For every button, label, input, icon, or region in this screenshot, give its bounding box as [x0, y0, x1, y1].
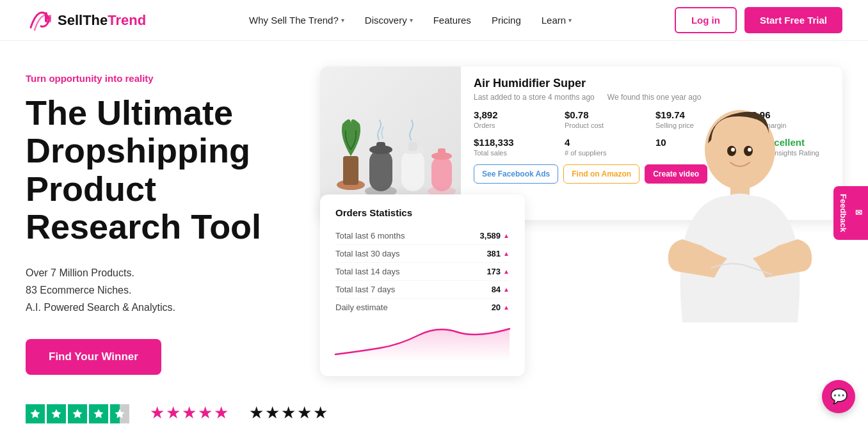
svg-rect-14 — [431, 156, 452, 191]
orders-row: Daily estimate 20 ▲ — [335, 299, 510, 316]
amazon-button[interactable]: Find on Amazon — [563, 164, 639, 184]
orders-stats-card: Orders Statistics Total last 6 months 3,… — [320, 194, 525, 376]
login-button[interactable]: Log in — [675, 7, 737, 33]
g2-star-4: ★ — [198, 403, 213, 423]
hero-right: Air Humidifier Super Last added to a sto… — [320, 67, 842, 426]
appstore-star-3: ★ — [281, 403, 296, 423]
stat-selling-price: $19.74 Selling price — [655, 109, 739, 129]
stat-cost: $0.78 Product cost — [565, 109, 648, 129]
message-icon: ✉ — [853, 208, 863, 217]
svg-rect-10 — [401, 150, 424, 191]
stat-suppliers2: 10 — [655, 137, 739, 157]
appstore-stars: ★ ★ ★ ★ ★ — [249, 403, 328, 423]
svg-rect-8 — [376, 142, 385, 151]
logo[interactable]: SellTheTrend — [26, 7, 146, 34]
chat-button[interactable]: 💬 — [822, 380, 855, 413]
hero-heading: The Ultimate Dropshipping Product Resear… — [26, 94, 294, 246]
stat-orders: 3,892 Orders — [474, 109, 557, 129]
tagline: Turn opportunity into reality — [26, 73, 294, 84]
g2-rating: ★ ★ ★ ★ ★ G2 G2 — [150, 403, 229, 426]
orders-row: Total last 6 months 3,589 ▲ — [335, 227, 510, 245]
trend-up-icon: ▲ — [503, 232, 510, 239]
svg-rect-4 — [343, 156, 358, 185]
orders-rows: Total last 6 months 3,589 ▲ Total last 3… — [335, 227, 510, 316]
svg-rect-12 — [408, 142, 417, 151]
facebook-ads-button[interactable]: See Facebook Ads — [474, 164, 558, 184]
nav-why[interactable]: Why Sell The Trend? ▾ — [249, 15, 344, 26]
nav-links: Why Sell The Trend? ▾ Discovery ▾ Featur… — [249, 15, 572, 26]
star-3 — [68, 404, 87, 423]
stat-sales: $118,333 Total sales — [474, 137, 557, 157]
ratings-row: ✦ Trustpilot ★ ★ ★ ★ ★ G2 G2 — [26, 403, 294, 426]
appstore-star-1: ★ — [249, 403, 264, 423]
create-video-button[interactable]: Create video — [645, 164, 707, 184]
star-4 — [89, 404, 108, 423]
hero-left: Turn opportunity into reality The Ultima… — [26, 67, 294, 426]
g2-star-1: ★ — [150, 403, 165, 423]
logo-the-text: The — [83, 12, 108, 28]
svg-rect-6 — [369, 150, 392, 191]
trustpilot-rating: ✦ Trustpilot — [26, 404, 129, 426]
star-1 — [26, 404, 45, 423]
logo-icon — [26, 7, 52, 34]
star-5-half — [110, 404, 129, 423]
appstore-rating: ★ ★ ★ ★ ★ App Store — [249, 403, 328, 426]
g2-star-3: ★ — [182, 403, 197, 423]
g2-star-5: ★ — [214, 403, 229, 423]
product-stats: 3,892 Orders $0.78 Product cost $19.74 S… — [474, 109, 830, 157]
orders-stats-title: Orders Statistics — [335, 207, 510, 218]
start-trial-button[interactable]: Start Free Trial — [744, 7, 842, 33]
orders-chart — [335, 322, 510, 361]
main-content: Turn opportunity into reality The Ultima… — [0, 41, 868, 426]
chevron-down-icon: ▾ — [568, 17, 572, 24]
stat-rating: 4.7 Excellent Product Insights Rating — [746, 137, 830, 157]
trend-up-icon: ▲ — [503, 268, 510, 275]
feedback-tab[interactable]: ✉ Feedback — [833, 186, 868, 240]
logo-sell-text: Sell — [58, 12, 83, 28]
hero-subtext: Over 7 Million Products. 83 Ecommerce Ni… — [26, 264, 294, 317]
stat-suppliers: 4 # of suppliers — [565, 137, 648, 157]
trend-up-icon: ▲ — [503, 304, 510, 311]
trend-up-icon: ▲ — [503, 250, 510, 257]
g2-stars: ★ ★ ★ ★ ★ — [150, 403, 229, 423]
nav-actions: Log in Start Free Trial — [675, 7, 842, 33]
svg-rect-1 — [49, 15, 51, 22]
orders-row: Total last 7 days 84 ▲ — [335, 281, 510, 299]
svg-rect-0 — [45, 12, 47, 22]
stat-margin: 18.96 Profit margin — [746, 109, 830, 129]
g2-star-2: ★ — [166, 403, 181, 423]
logo-trend-text: Trend — [108, 12, 146, 28]
chevron-down-icon: ▾ — [410, 17, 413, 24]
nav-pricing[interactable]: Pricing — [492, 15, 521, 26]
product-actions: See Facebook Ads Find on Amazon Create v… — [474, 164, 830, 184]
product-title: Air Humidifier Super — [474, 77, 830, 90]
nav-learn[interactable]: Learn ▾ — [542, 15, 572, 26]
nav-features[interactable]: Features — [433, 15, 471, 26]
trustpilot-stars — [26, 404, 129, 423]
orders-row: Total last 30 days 381 ▲ — [335, 245, 510, 263]
find-winner-button[interactable]: Find Your Winner — [26, 339, 161, 375]
product-meta: Last added to a store 4 months ago We fo… — [474, 93, 830, 102]
orders-row: Total last 14 days 173 ▲ — [335, 263, 510, 281]
trend-up-icon: ▲ — [503, 286, 510, 293]
appstore-star-4: ★ — [297, 403, 312, 423]
navbar: SellTheTrend Why Sell The Trend? ▾ Disco… — [0, 0, 868, 41]
chevron-down-icon: ▾ — [341, 17, 344, 24]
appstore-star-2: ★ — [265, 403, 280, 423]
star-2 — [47, 404, 66, 423]
nav-discovery[interactable]: Discovery ▾ — [365, 15, 413, 26]
svg-rect-16 — [438, 148, 446, 157]
chat-icon: 💬 — [830, 388, 848, 405]
